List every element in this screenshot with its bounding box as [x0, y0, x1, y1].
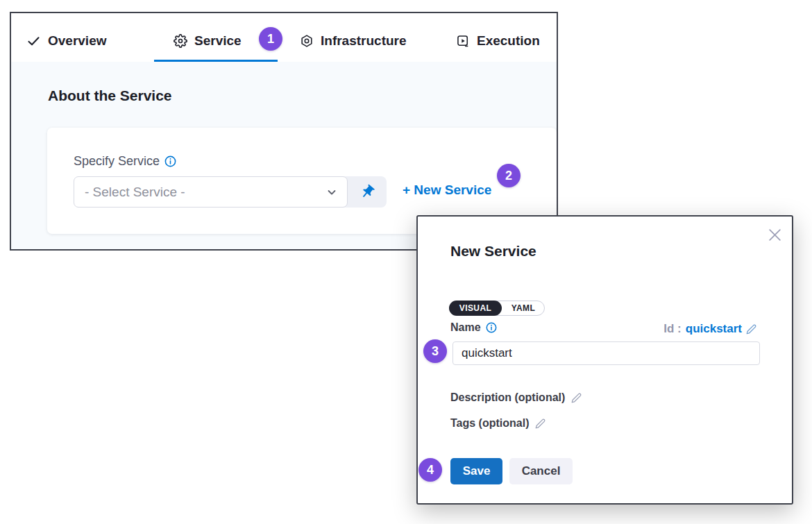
section-heading: About the Service — [48, 87, 172, 104]
edit-description-icon[interactable] — [571, 393, 582, 403]
id-value: quickstart — [686, 322, 742, 336]
service-select[interactable]: - Select Service - — [74, 176, 348, 208]
play-square-icon — [456, 34, 470, 48]
stage-tabbar: Overview Service Infrastructure Executio… — [11, 13, 557, 62]
info-icon[interactable] — [164, 155, 176, 167]
tab-service-label: Service — [194, 33, 242, 49]
visual-yaml-toggle: VISUAL YAML — [449, 301, 545, 316]
specify-service-label: Specify Service — [74, 154, 160, 169]
check-icon — [26, 34, 41, 49]
close-icon — [768, 228, 782, 242]
new-service-modal: New Service VISUAL YAML Name Id : quicks… — [416, 215, 793, 505]
name-label-row: Name — [450, 321, 497, 334]
toggle-yaml[interactable]: YAML — [502, 301, 544, 315]
description-row: Description (optional) — [450, 391, 582, 404]
tab-overview-label: Overview — [48, 33, 107, 49]
tab-execution-label: Execution — [477, 33, 540, 49]
pin-button[interactable] — [348, 176, 387, 208]
gear-icon — [174, 34, 187, 48]
close-button[interactable] — [767, 227, 782, 242]
chevron-down-icon — [326, 187, 337, 198]
edit-tags-icon[interactable] — [535, 419, 545, 429]
name-input[interactable] — [452, 341, 760, 365]
tags-row: Tags (optional) — [450, 417, 545, 430]
hexagon-icon — [300, 34, 314, 48]
step-badge-4: 4 — [418, 458, 442, 482]
tab-overview[interactable]: Overview — [26, 29, 107, 53]
screenshot-root: Overview Service Infrastructure Executio… — [0, 0, 812, 524]
step-badge-3: 3 — [423, 339, 447, 363]
service-id-row: Id : quickstart — [663, 322, 756, 336]
save-button[interactable]: Save — [450, 458, 502, 484]
name-label: Name — [450, 321, 481, 334]
service-select-placeholder: - Select Service - — [85, 185, 185, 200]
tab-infrastructure[interactable]: Infrastructure — [300, 29, 407, 53]
description-label: Description (optional) — [450, 391, 565, 404]
tab-infrastructure-label: Infrastructure — [321, 33, 407, 49]
new-service-link[interactable]: + New Service — [403, 183, 491, 198]
toggle-visual[interactable]: VISUAL — [449, 301, 502, 316]
service-select-group: - Select Service - — [74, 176, 387, 208]
tags-label: Tags (optional) — [450, 417, 529, 430]
info-icon[interactable] — [486, 322, 497, 333]
specify-service-label-row: Specify Service — [74, 154, 176, 169]
edit-id-icon[interactable] — [746, 324, 756, 335]
modal-title: New Service — [450, 243, 536, 260]
id-prefix: Id : — [663, 322, 682, 336]
pin-icon — [360, 184, 375, 200]
step-badge-1: 1 — [259, 27, 282, 51]
tab-execution[interactable]: Execution — [456, 29, 540, 53]
tab-service[interactable]: Service — [174, 29, 242, 53]
cancel-button[interactable]: Cancel — [509, 458, 573, 484]
step-badge-2: 2 — [497, 164, 521, 187]
